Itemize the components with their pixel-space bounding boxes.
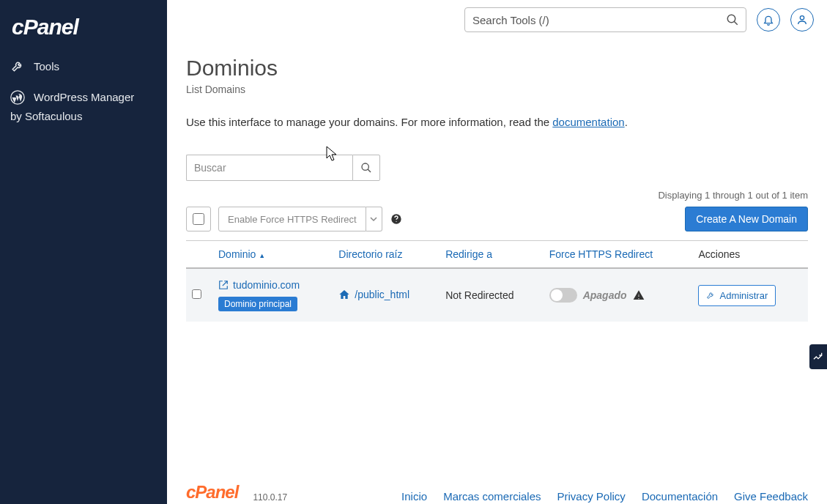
stats-icon xyxy=(812,351,824,363)
sidebar-item-label: Tools xyxy=(34,60,59,73)
intro-text: Use this interface to manage your domain… xyxy=(186,116,808,128)
select-all-checkbox[interactable] xyxy=(193,213,204,225)
bulk-https-button[interactable]: Enable Force HTTPS Redirect xyxy=(218,207,366,231)
brand-text: cPanel xyxy=(12,15,78,39)
home-icon xyxy=(338,289,350,300)
create-domain-button[interactable]: Create A New Domain xyxy=(685,207,808,231)
bell-icon xyxy=(763,14,774,26)
chevron-down-icon xyxy=(370,215,377,223)
bulk-action-group: Enable Force HTTPS Redirect xyxy=(218,207,382,231)
col-https[interactable]: Force HTTPS Redirect xyxy=(544,241,693,269)
user-button[interactable] xyxy=(790,8,814,32)
col-redirect[interactable]: Redirige a xyxy=(440,241,544,269)
svg-line-2 xyxy=(734,21,738,25)
domain-name: tudominio.com xyxy=(233,279,300,291)
footer-version: 110.0.17 xyxy=(253,492,287,503)
main-content: Dominios List Domains Use this interface… xyxy=(167,40,827,475)
brand-logo[interactable]: cPanel xyxy=(0,0,167,51)
search-container xyxy=(464,7,746,32)
wordpress-icon xyxy=(10,90,25,105)
sidebar: cPanel Tools WordPress Manager by Softac… xyxy=(0,0,167,504)
question-icon xyxy=(390,213,402,225)
sidebar-item-tools[interactable]: Tools xyxy=(0,51,167,81)
https-toggle-wrap: Apagado xyxy=(549,288,687,303)
action-bar: Enable Force HTTPS Redirect Create A New… xyxy=(186,207,808,231)
col-domain[interactable]: Dominio xyxy=(212,241,333,269)
svg-point-7 xyxy=(396,221,396,222)
bulk-https-dropdown[interactable] xyxy=(366,207,382,231)
svg-point-1 xyxy=(727,15,735,23)
search-input[interactable] xyxy=(464,7,746,32)
filter-input[interactable] xyxy=(186,155,352,181)
footer-link-marcas[interactable]: Marcas comerciales xyxy=(443,490,541,503)
page-subtitle: List Domains xyxy=(186,84,808,95)
document-root-link[interactable]: /public_html xyxy=(338,289,409,300)
notifications-button[interactable] xyxy=(757,8,780,32)
footer-link-feedback[interactable]: Give Feedback xyxy=(734,490,808,503)
documentation-link[interactable]: documentation xyxy=(552,116,624,128)
manage-button[interactable]: Administrar xyxy=(698,285,776,306)
svg-point-3 xyxy=(800,16,804,20)
manage-label: Administrar xyxy=(719,290,768,301)
https-toggle-label: Apagado xyxy=(583,289,627,301)
warning-icon xyxy=(633,289,645,301)
row-checkbox[interactable] xyxy=(192,289,201,299)
domains-table: Dominio Directorio raíz Redirige a Force… xyxy=(186,240,808,322)
search-icon xyxy=(360,162,372,174)
footer: cPanel 110.0.17 Inicio Marcas comerciale… xyxy=(167,475,827,504)
result-count: Displaying 1 through 1 out of 1 item xyxy=(186,190,808,201)
svg-point-4 xyxy=(362,163,368,170)
sidebar-item-label: WordPress Manager xyxy=(34,88,134,107)
footer-link-inicio[interactable]: Inicio xyxy=(401,490,427,503)
wrench-icon xyxy=(706,291,715,300)
stats-tab[interactable] xyxy=(809,344,827,369)
footer-links: Inicio Marcas comerciales Privacy Policy… xyxy=(401,490,808,503)
external-link-icon xyxy=(218,280,229,290)
intro-prefix: Use this interface to manage your domain… xyxy=(186,116,552,128)
search-button[interactable] xyxy=(726,12,742,28)
search-icon xyxy=(726,13,739,26)
col-actions: Acciones xyxy=(692,241,808,269)
page-title: Dominios xyxy=(186,56,808,81)
footer-link-privacy[interactable]: Privacy Policy xyxy=(557,490,626,503)
help-icon[interactable] xyxy=(390,212,403,226)
redirect-cell: Not Redirected xyxy=(440,268,544,322)
sidebar-item-sublabel: by Softaculous xyxy=(10,107,157,126)
document-root-text: /public_html xyxy=(355,289,409,300)
domain-link[interactable]: tudominio.com xyxy=(218,279,300,291)
user-icon xyxy=(796,14,808,26)
svg-line-5 xyxy=(368,169,371,172)
intro-suffix: . xyxy=(625,116,628,128)
tools-icon xyxy=(10,59,25,73)
https-toggle[interactable] xyxy=(549,288,577,303)
footer-link-docs[interactable]: Documentación xyxy=(642,490,718,503)
topbar xyxy=(167,0,827,40)
col-root[interactable]: Directorio raíz xyxy=(333,241,440,269)
sidebar-item-wordpress[interactable]: WordPress Manager by Softaculous xyxy=(0,81,167,133)
footer-brand-logo: cPanel xyxy=(186,482,238,503)
primary-domain-badge: Dominio principal xyxy=(218,297,297,311)
table-row: tudominio.com Dominio principal /public_… xyxy=(186,268,808,322)
filter-row xyxy=(186,155,808,181)
filter-search-button[interactable] xyxy=(352,155,380,181)
select-all-container xyxy=(186,207,211,231)
